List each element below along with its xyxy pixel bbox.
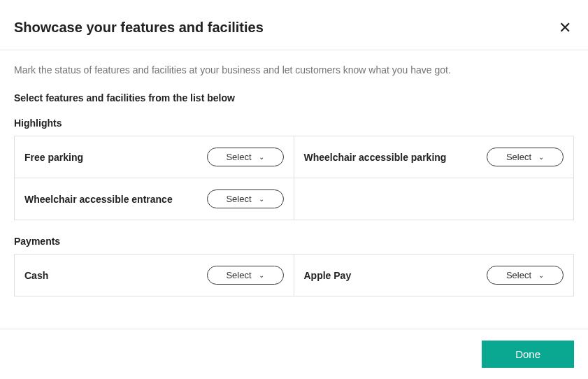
highlights-grid: Free parking Select ⌄ Wheelchair accessi… (14, 136, 574, 220)
features-modal: Showcase your features and facilities ✕ … (0, 0, 588, 379)
section-title-highlights: Highlights (14, 117, 574, 129)
chevron-down-icon: ⌄ (259, 153, 264, 161)
modal-header: Showcase your features and facilities ✕ (0, 0, 588, 50)
feature-label: Wheelchair accessible entrance (24, 194, 173, 205)
select-label: Select (226, 270, 251, 280)
feature-apple-pay: Apple Pay Select ⌄ (294, 255, 574, 296)
select-label: Select (226, 194, 251, 204)
section-payments: Payments Cash Select ⌄ Apple Pay Select … (14, 236, 574, 296)
select-label: Select (226, 152, 251, 162)
feature-free-parking: Free parking Select ⌄ (15, 136, 294, 178)
feature-label: Cash (24, 270, 48, 281)
select-wheelchair-parking[interactable]: Select ⌄ (487, 148, 564, 166)
done-button[interactable]: Done (482, 341, 574, 368)
feature-label: Free parking (24, 152, 83, 163)
feature-wheelchair-entrance: Wheelchair accessible entrance Select ⌄ (15, 178, 294, 220)
feature-cash: Cash Select ⌄ (15, 255, 294, 296)
modal-footer: Done (0, 329, 588, 379)
chevron-down-icon: ⌄ (259, 195, 264, 203)
modal-body: Mark the status of features and faciliti… (0, 50, 588, 329)
list-heading: Select features and facilities from the … (14, 92, 574, 103)
feature-wheelchair-parking: Wheelchair accessible parking Select ⌄ (294, 136, 574, 178)
select-label: Select (506, 270, 531, 280)
payments-grid: Cash Select ⌄ Apple Pay Select ⌄ (14, 254, 574, 296)
modal-title: Showcase your features and facilities (14, 20, 264, 36)
feature-label: Wheelchair accessible parking (304, 152, 447, 163)
chevron-down-icon: ⌄ (538, 153, 544, 161)
select-wheelchair-entrance[interactable]: Select ⌄ (207, 190, 284, 208)
section-title-payments: Payments (14, 236, 574, 247)
close-icon: ✕ (559, 19, 571, 36)
close-button[interactable]: ✕ (556, 20, 574, 36)
select-cash[interactable]: Select ⌄ (207, 266, 284, 285)
chevron-down-icon: ⌄ (538, 271, 544, 279)
section-highlights: Highlights Free parking Select ⌄ Wheelch… (14, 117, 574, 220)
empty-cell (294, 178, 574, 220)
select-free-parking[interactable]: Select ⌄ (207, 148, 284, 166)
chevron-down-icon: ⌄ (259, 271, 264, 279)
modal-description: Mark the status of features and faciliti… (14, 64, 574, 76)
feature-label: Apple Pay (304, 270, 352, 281)
select-apple-pay[interactable]: Select ⌄ (487, 266, 564, 285)
select-label: Select (506, 152, 531, 162)
